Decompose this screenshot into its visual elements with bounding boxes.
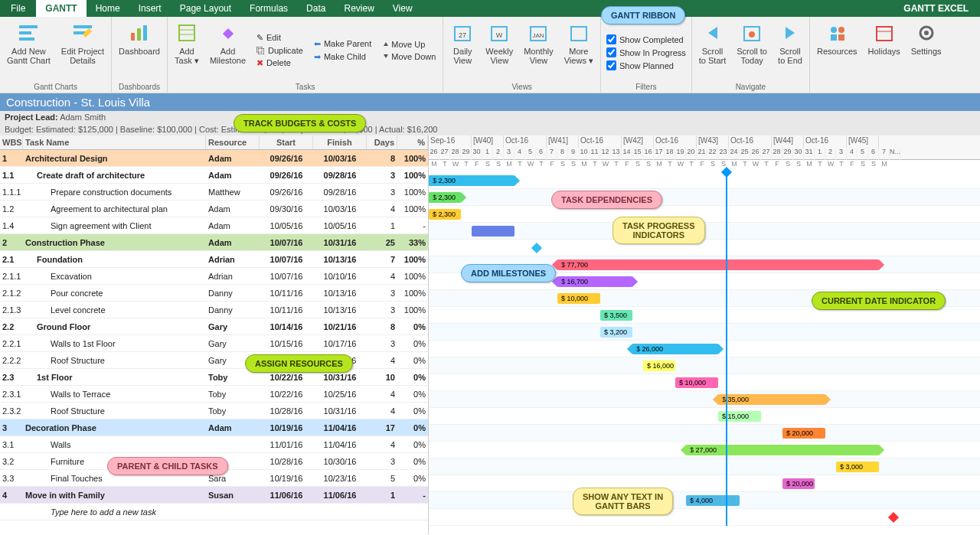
btn-resources[interactable]: Resources bbox=[815, 19, 860, 81]
gantt-bar[interactable]: $ 77,700 bbox=[557, 259, 879, 270]
svg-text:JAN: JAN bbox=[533, 32, 544, 39]
callout-bartext: SHOW ANY TEXT IN GANTT BARS bbox=[573, 488, 673, 515]
svg-point-20 bbox=[749, 31, 755, 38]
task-row[interactable]: 1.2Agreement to architectural planAdam09… bbox=[0, 201, 428, 217]
btn-move-down[interactable]: Move Down bbox=[380, 51, 438, 62]
task-row[interactable]: 2.3.1Walls to TerraceToby10/22/1610/25/1… bbox=[0, 386, 428, 403]
btn-weekly-view[interactable]: WWeekly View bbox=[483, 19, 515, 81]
col-header[interactable]: Days bbox=[367, 135, 397, 149]
task-row[interactable]: 3Decoration PhaseAdam10/19/1611/04/16170… bbox=[0, 419, 428, 436]
btn-scroll-end[interactable]: Scroll to End bbox=[776, 19, 805, 81]
btn-holidays[interactable]: Holidays bbox=[866, 19, 903, 81]
gantt-bar[interactable]: $ 3,200 bbox=[600, 327, 632, 338]
task-row[interactable]: 1.4Sign agreement with ClientAdam10/05/1… bbox=[0, 217, 428, 234]
task-row[interactable]: 4Move in with FamilySusan11/06/1611/06/1… bbox=[0, 487, 428, 504]
add-task-hint[interactable]: Type here to add a new task bbox=[23, 505, 428, 519]
btn-scroll-start[interactable]: Scroll to Start bbox=[697, 19, 728, 81]
btn-edit[interactable]: ✎Edit bbox=[254, 32, 305, 44]
task-row[interactable]: 3.1Walls11/01/1611/04/1640% bbox=[0, 436, 428, 453]
menu-home[interactable]: Home bbox=[87, 0, 129, 17]
gantt-bar[interactable] bbox=[472, 226, 514, 237]
gantt-bar[interactable]: $ 10,000 bbox=[675, 377, 718, 388]
menu-file[interactable]: File bbox=[0, 0, 36, 17]
task-row[interactable]: 2.2Ground FloorGary10/14/1610/21/1680% bbox=[0, 318, 428, 335]
task-row[interactable]: 2.1.2Pour concreteDanny10/11/1610/13/163… bbox=[0, 285, 428, 302]
callout-milestones: ADD MILESTONES bbox=[461, 264, 556, 282]
task-row[interactable]: 1.1.1Prepare construction documentsMatth… bbox=[0, 184, 428, 201]
btn-scroll-today[interactable]: Scroll to Today bbox=[734, 19, 769, 81]
btn-make-child[interactable]: ➡Make Child bbox=[312, 51, 374, 63]
btn-more-views[interactable]: More Views ▾ bbox=[562, 19, 596, 81]
gantt-bar[interactable]: $ 4,000 bbox=[686, 495, 740, 506]
milestone-icon[interactable] bbox=[888, 512, 899, 523]
gantt-bar[interactable]: $ 2,300 bbox=[429, 192, 461, 203]
btn-duplicate[interactable]: ⿻Duplicate bbox=[254, 45, 305, 56]
task-row[interactable]: 2.2.1Walls to 1st FloorGary10/15/1610/17… bbox=[0, 335, 428, 352]
btn-daily-view[interactable]: 27Daily View bbox=[448, 19, 477, 81]
col-header[interactable]: Finish bbox=[313, 135, 367, 149]
gantt-bar[interactable]: $ 16,700 bbox=[557, 276, 632, 287]
task-row[interactable]: 2.3.2Roof StructureToby10/28/1610/31/164… bbox=[0, 403, 428, 419]
menu-gantt[interactable]: GANTT bbox=[36, 0, 86, 17]
btn-edit-project[interactable]: Edit Project Details bbox=[59, 19, 106, 81]
svg-rect-11 bbox=[223, 28, 234, 39]
btn-delete[interactable]: ✖Delete bbox=[254, 57, 305, 69]
callout-parentchild: PARENT & CHILD TASKS bbox=[107, 457, 228, 475]
btn-settings[interactable]: Settings bbox=[909, 19, 944, 81]
gantt-bar[interactable]: $ 20,000 bbox=[782, 428, 825, 439]
col-header[interactable]: Resource bbox=[206, 135, 260, 149]
menubar: File GANTT Home Insert Page Layout Formu… bbox=[0, 0, 980, 17]
menu-review[interactable]: Review bbox=[335, 0, 383, 17]
col-header[interactable]: Task Name bbox=[23, 135, 206, 149]
chart-row: $ 16,000 bbox=[429, 357, 980, 374]
task-row[interactable]: 2.1.3Level concreteDanny10/11/1610/13/16… bbox=[0, 302, 428, 318]
btn-dashboard[interactable]: Dashboard bbox=[116, 19, 162, 81]
task-row[interactable]: 2.1FoundationAdrian10/07/1610/13/167100% bbox=[0, 251, 428, 268]
gantt-bar[interactable]: $ 20,000 bbox=[782, 478, 815, 489]
menu-insert[interactable]: Insert bbox=[129, 0, 171, 17]
project-title: Construction - St. Louis Villa bbox=[0, 93, 980, 111]
gantt-bar[interactable]: $ 15,000 bbox=[718, 411, 761, 422]
task-row[interactable]: 1Architectural DesignAdam09/26/1610/03/1… bbox=[0, 150, 428, 167]
task-row[interactable]: 2Construction PhaseAdam10/07/1610/31/162… bbox=[0, 234, 428, 251]
btn-make-parent[interactable]: ⬅Make Parent bbox=[312, 38, 374, 50]
col-header[interactable]: % bbox=[397, 135, 428, 149]
gantt-bar[interactable]: $ 10,000 bbox=[557, 293, 600, 304]
chart-row bbox=[429, 509, 980, 526]
chk-completed[interactable]: Show Completed bbox=[606, 34, 687, 45]
col-header[interactable]: Start bbox=[260, 135, 313, 149]
milestone-icon[interactable] bbox=[531, 243, 542, 253]
menu-data[interactable]: Data bbox=[297, 0, 335, 17]
btn-move-up[interactable]: Move Up bbox=[380, 39, 438, 50]
task-row[interactable]: 2.1.1ExcavationAdrian10/07/1610/10/16410… bbox=[0, 268, 428, 285]
gantt-bar[interactable]: $ 3,500 bbox=[600, 310, 632, 321]
gantt-bar[interactable]: $ 35,000 bbox=[718, 394, 825, 405]
btn-add-gantt[interactable]: Add New Gantt Chart bbox=[5, 19, 53, 81]
budget-row: Budget: Estimated: $125,000 | Baseline: … bbox=[0, 123, 980, 135]
gantt-bar[interactable]: $ 3,000 bbox=[836, 462, 879, 472]
btn-monthly-view[interactable]: JANMonthly View bbox=[521, 19, 556, 81]
brand-label: GANTT EXCEL bbox=[903, 3, 980, 14]
task-row[interactable]: 1.1Create draft of architectureAdam09/26… bbox=[0, 167, 428, 184]
gantt-bar[interactable]: $ 27,000 bbox=[686, 445, 879, 455]
menu-view[interactable]: View bbox=[384, 0, 422, 17]
gantt-bar[interactable]: $ 2,300 bbox=[429, 175, 514, 186]
menu-formulas[interactable]: Formulas bbox=[240, 0, 297, 17]
chk-planned[interactable]: Show Planned bbox=[606, 60, 687, 71]
menu-pagelayout[interactable]: Page Layout bbox=[171, 0, 240, 17]
svg-rect-0 bbox=[19, 25, 38, 28]
chart-row: $ 20,000 bbox=[429, 475, 980, 492]
gantt-bar[interactable]: $ 2,300 bbox=[429, 209, 461, 220]
gantt-chart[interactable]: Sep-16[W40]Oct-16[W41]Oct-16[W42]Oct-16[… bbox=[429, 135, 980, 534]
col-header[interactable]: WBS bbox=[0, 135, 23, 149]
svg-text:W: W bbox=[496, 31, 503, 39]
task-row[interactable]: 2.2.2Roof StructureGary10/18/1610/21/164… bbox=[0, 352, 428, 369]
gantt-bar[interactable]: $ 26,000 bbox=[632, 344, 718, 354]
gantt-bar[interactable]: $ 16,000 bbox=[643, 360, 675, 371]
chk-inprogress[interactable]: Show In Progress bbox=[606, 47, 687, 58]
btn-add-task[interactable]: Add Task ▾ bbox=[172, 19, 201, 81]
task-row[interactable]: 2.31st FloorToby10/22/1610/31/16100% bbox=[0, 369, 428, 386]
btn-add-milestone[interactable]: Add Milestone bbox=[207, 19, 248, 81]
callout-today: CURRENT DATE INDICATOR bbox=[812, 292, 946, 310]
svg-point-22 bbox=[838, 27, 844, 33]
